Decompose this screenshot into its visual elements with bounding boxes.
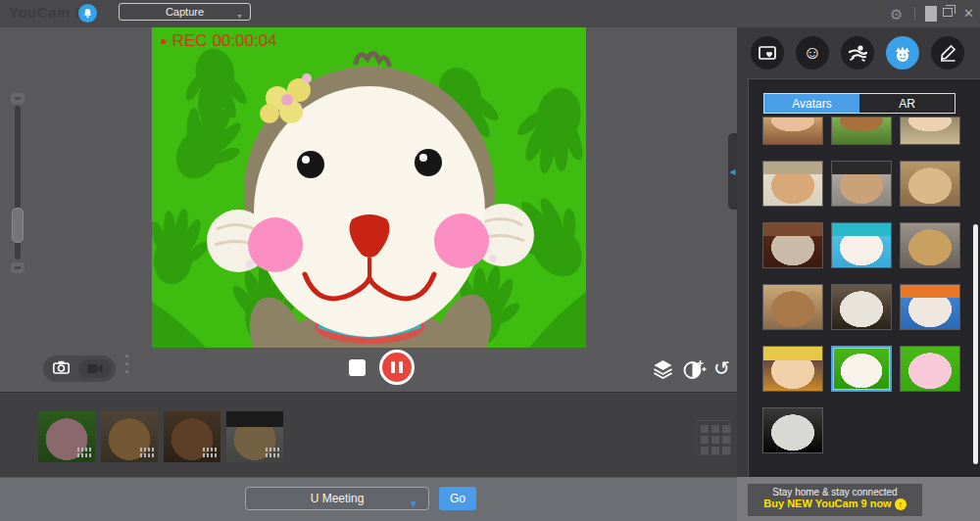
camera-preview-area: ● REC 00:00:04 ◀ xyxy=(0,27,737,392)
promo-text: Stay home & stay connected xyxy=(748,487,922,497)
film-strip-icon xyxy=(203,448,219,460)
film-strip-icon xyxy=(77,448,93,460)
promo-banner[interactable]: Stay home & stay connected Buy NEW YouCa… xyxy=(748,484,922,516)
avatar-grid xyxy=(762,117,964,453)
film-thumb-list xyxy=(37,410,284,463)
category-scenes-button[interactable] xyxy=(751,36,784,70)
avatar-thumb-man-outdoor[interactable] xyxy=(831,117,892,145)
avatar-thumb-cartoon-blonde-woman[interactable] xyxy=(762,346,823,392)
photo-video-toggle[interactable] xyxy=(43,355,116,382)
video-man-bowler-hat[interactable] xyxy=(225,410,284,463)
rotate-button[interactable]: ↺ xyxy=(713,357,730,379)
tab-avatars[interactable]: Avatars xyxy=(764,94,859,113)
video-poodle-dog[interactable] xyxy=(163,410,221,463)
category-draw-button[interactable] xyxy=(931,36,964,70)
avatars-panel: Avatars AR xyxy=(748,78,980,477)
video-mode-side[interactable] xyxy=(78,359,112,378)
avatar-scrollbar[interactable] xyxy=(973,224,978,464)
recording-indicator: ● REC 00:00:04 xyxy=(160,31,276,51)
close-button[interactable]: ✕ xyxy=(963,6,974,21)
avatar-thumb-gray-haired-man[interactable] xyxy=(762,222,823,268)
avatar-thumb-clown-cartoon[interactable] xyxy=(831,222,892,268)
category-avatars-button[interactable] xyxy=(886,36,919,70)
category-effects-button[interactable] xyxy=(841,36,874,70)
avatar-thumb-lion-plush[interactable] xyxy=(900,284,960,330)
avatar-thumb-woman-red-lips[interactable] xyxy=(762,117,823,145)
up-arrow-icon: ↑ xyxy=(895,498,906,510)
avatar-thumb-golden-retriever[interactable] xyxy=(900,222,960,268)
tab-ar[interactable]: AR xyxy=(859,94,955,113)
promo-strip: Stay home & stay connected Buy NEW YouCa… xyxy=(737,477,980,521)
captured-media-tray xyxy=(0,392,737,477)
rec-label: REC xyxy=(172,31,207,51)
zoom-in-button[interactable] xyxy=(11,93,24,104)
zoom-slider-thumb[interactable] xyxy=(12,208,24,243)
avatar-thumb-lincoln-statue[interactable] xyxy=(831,284,892,330)
pause-record-button[interactable] xyxy=(379,350,415,385)
avatar-tabs: Avatars AR xyxy=(763,93,956,114)
avatar-thumb-knitted-monkey[interactable] xyxy=(831,346,892,392)
photo-camera-icon xyxy=(53,360,70,374)
avatar-thumb-man-bowler-hat[interactable] xyxy=(831,161,892,207)
video-camera-icon xyxy=(87,363,103,374)
scenes-layers-button[interactable] xyxy=(651,357,675,385)
chevron-left-icon: ◀ xyxy=(729,167,735,176)
rec-timer: 00:00:04 xyxy=(212,31,276,51)
chevron-down-icon: ▼ xyxy=(236,9,243,24)
avatar-thumb-child-blonde[interactable] xyxy=(900,117,960,145)
title-bar: YouCam 9 Capture ▼ ⚙ ✕ xyxy=(0,0,980,27)
settings-gear-button[interactable]: ⚙ xyxy=(890,6,903,24)
scenes-frame-heart-icon xyxy=(759,46,776,60)
youcam-window: YouCam 9 Capture ▼ ⚙ ✕ xyxy=(0,0,980,521)
face-enhance-icon xyxy=(682,357,707,381)
titlebar-divider xyxy=(914,7,915,21)
layers-icon xyxy=(651,357,675,381)
smiley-face-icon: ☺ xyxy=(803,43,821,63)
bottom-action-bar: U Meeting ▼ Go xyxy=(0,477,737,521)
avatar-thumb-man-suit[interactable] xyxy=(762,161,823,207)
go-button[interactable]: Go xyxy=(439,487,476,510)
app-logo: YouCam 9 xyxy=(9,4,83,21)
restore-button[interactable] xyxy=(943,8,953,17)
rec-dot-icon: ● xyxy=(160,34,167,48)
category-emoji-button[interactable]: ☺ xyxy=(796,36,829,70)
zoom-out-button[interactable] xyxy=(11,262,24,273)
avatar-face-icon xyxy=(893,44,912,63)
pencil-draw-icon xyxy=(939,44,956,62)
capture-controls: ↺ xyxy=(0,348,737,392)
film-strip-icon xyxy=(140,448,156,460)
particle-person-icon xyxy=(848,44,867,62)
effects-panel: ☺ xyxy=(737,27,980,477)
video-pink-pig[interactable] xyxy=(37,410,96,463)
capture-menu-button[interactable]: Capture ▼ xyxy=(119,3,251,21)
minimize-button[interactable] xyxy=(925,6,937,22)
category-buttons: ☺ xyxy=(737,36,980,71)
buy-now-link[interactable]: Buy NEW YouCam 9 now↑ xyxy=(748,497,922,510)
notification-button[interactable] xyxy=(78,4,97,23)
avatar-thumb-pink-pig[interactable] xyxy=(900,346,960,392)
rotate-icon: ↺ xyxy=(713,357,730,379)
avatar-thumb-teddy-bear[interactable] xyxy=(900,161,960,207)
meeting-app-select[interactable]: U Meeting ▼ xyxy=(245,487,429,510)
film-strip-icon xyxy=(266,448,281,460)
enhance-button[interactable] xyxy=(682,357,707,385)
select-arrow-icon: ▼ xyxy=(409,494,418,515)
media-gallery-button[interactable] xyxy=(696,420,731,455)
video-feed: ● REC 00:00:04 xyxy=(152,27,586,348)
more-options-button[interactable] xyxy=(125,355,129,378)
video-golden-retriever[interactable] xyxy=(100,410,159,463)
avatar-thumb-greek-statue[interactable] xyxy=(762,407,823,453)
bell-icon xyxy=(82,8,93,19)
stop-record-button[interactable] xyxy=(349,359,366,376)
monkey-avatar-scene xyxy=(152,27,586,348)
avatar-thumb-poodle-dog[interactable] xyxy=(762,284,823,330)
minimize-icon xyxy=(925,15,936,17)
panel-collapse-handle[interactable]: ◀ xyxy=(728,133,737,210)
